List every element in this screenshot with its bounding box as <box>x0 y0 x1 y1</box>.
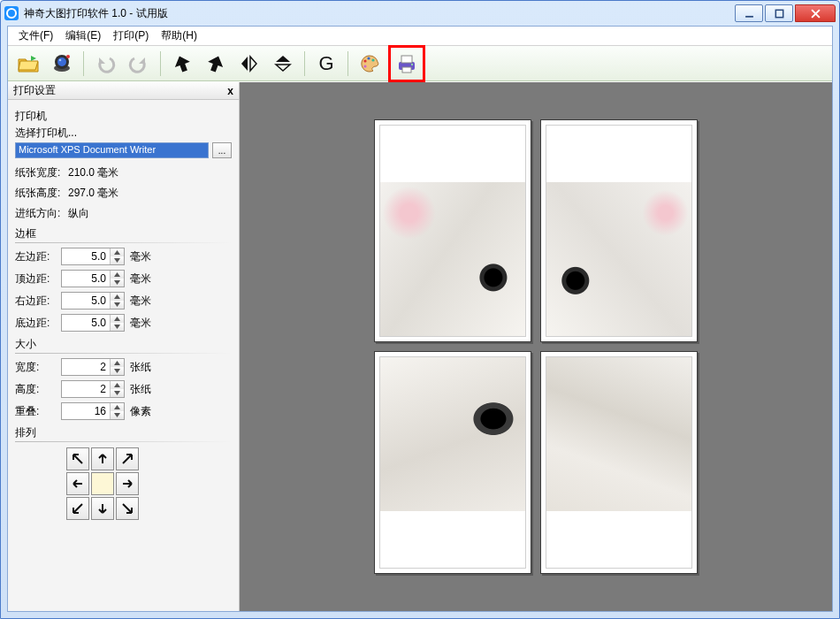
svg-rect-13 <box>401 56 412 63</box>
sidebar-header: 打印设置 x <box>8 82 239 100</box>
image-segment <box>380 357 525 511</box>
size-section-label: 大小 <box>15 337 232 354</box>
window-title: 神奇大图打印软件 1.0 - 试用版 <box>24 6 735 21</box>
sidebar-close-button[interactable]: x <box>227 85 233 97</box>
printer-browse-button[interactable]: ... <box>212 142 232 158</box>
arrange-grid <box>66 447 232 520</box>
image-segment <box>380 182 525 336</box>
toolbar: G <box>8 46 832 81</box>
margin-right-label: 右边距: <box>15 294 61 309</box>
margin-top-input[interactable]: 5.0 <box>61 270 125 287</box>
svg-point-11 <box>363 65 366 67</box>
maximize-button[interactable] <box>765 4 793 22</box>
svg-point-6 <box>66 55 70 58</box>
spin-up-icon[interactable] <box>111 248 124 256</box>
menu-file[interactable]: 文件(F) <box>13 27 58 45</box>
margin-bottom-input[interactable]: 5.0 <box>61 314 125 332</box>
svg-point-4 <box>57 57 66 66</box>
page-tile-2[interactable] <box>540 119 698 342</box>
arrange-center-button[interactable] <box>91 472 114 495</box>
size-width-input[interactable]: 2 <box>61 358 125 376</box>
margin-bottom-label: 底边距: <box>15 316 61 331</box>
margin-left-input[interactable]: 5.0 <box>61 248 125 265</box>
printer-selected-value[interactable]: Microsoft XPS Document Writer <box>15 142 209 158</box>
image-segment <box>546 182 691 336</box>
page-tile-1[interactable] <box>374 119 531 342</box>
paper-width-value: 210.0 毫米 <box>68 165 118 180</box>
arrange-se-button[interactable] <box>116 497 139 520</box>
print-button-highlight <box>388 45 425 82</box>
printer-section-label: 打印机 <box>15 109 232 124</box>
arrange-e-button[interactable] <box>116 472 139 495</box>
border-section-label: 边框 <box>15 226 232 243</box>
page-grid <box>374 119 698 574</box>
svg-rect-1 <box>775 10 783 17</box>
redo-button[interactable] <box>124 49 154 79</box>
print-button[interactable] <box>392 49 422 79</box>
size-height-input[interactable]: 2 <box>61 380 125 398</box>
svg-point-8 <box>363 59 366 62</box>
arrange-n-button[interactable] <box>91 447 114 470</box>
arrange-ne-button[interactable] <box>116 447 139 470</box>
paper-height-label: 纸张高度: <box>15 186 68 201</box>
margin-left-label: 左边距: <box>15 249 61 264</box>
undo-button[interactable] <box>90 49 120 79</box>
spin-down-icon[interactable] <box>111 256 124 264</box>
menu-help[interactable]: 帮助(H) <box>156 27 202 45</box>
titlebar[interactable]: 神奇大图打印软件 1.0 - 试用版 <box>1 1 839 26</box>
paper-height-value: 297.0 毫米 <box>68 186 118 201</box>
camera-button[interactable] <box>47 49 77 79</box>
page-tile-3[interactable] <box>374 351 531 574</box>
sidebar-title: 打印设置 <box>13 83 56 98</box>
app-icon <box>4 6 19 20</box>
arrange-nw-button[interactable] <box>66 447 89 470</box>
svg-text:G: G <box>318 52 333 74</box>
margin-top-label: 顶边距: <box>15 271 61 287</box>
page-tile-4[interactable] <box>540 351 698 574</box>
arrange-sw-button[interactable] <box>66 497 89 520</box>
margin-right-input[interactable]: 5.0 <box>61 292 125 310</box>
menu-print[interactable]: 打印(P) <box>108 27 154 45</box>
grayscale-button[interactable]: G <box>311 49 341 79</box>
window-frame: 神奇大图打印软件 1.0 - 试用版 文件(F) 编辑(E) 打印(P) 帮助(… <box>0 0 840 619</box>
arrange-w-button[interactable] <box>66 472 89 495</box>
svg-point-10 <box>371 58 374 61</box>
paper-width-label: 纸张宽度: <box>15 165 68 180</box>
svg-point-9 <box>367 57 370 59</box>
image-segment <box>546 357 691 511</box>
flip-vertical-button[interactable] <box>268 49 298 79</box>
settings-sidebar: 打印设置 x 打印机 选择打印机... Microsoft XPS Docume… <box>8 82 240 611</box>
rotate-cw-button[interactable] <box>201 49 231 79</box>
size-height-label: 高度: <box>15 382 61 397</box>
overlap-label: 重叠: <box>15 404 61 419</box>
minimize-button[interactable] <box>735 4 763 22</box>
overlap-input[interactable]: 16 <box>61 402 125 420</box>
feed-dir-value: 纵向 <box>68 206 89 221</box>
menubar: 文件(F) 编辑(E) 打印(P) 帮助(H) <box>8 27 832 46</box>
select-printer-label: 选择打印机... <box>15 126 232 141</box>
arrange-s-button[interactable] <box>91 497 114 520</box>
svg-rect-14 <box>402 67 411 73</box>
margin-unit: 毫米 <box>130 249 151 264</box>
close-button[interactable] <box>795 4 836 22</box>
open-file-button[interactable] <box>13 49 43 79</box>
rotate-ccw-button[interactable] <box>167 49 197 79</box>
feed-dir-label: 进纸方向: <box>15 206 68 221</box>
svg-point-5 <box>59 58 62 61</box>
menu-edit[interactable]: 编辑(E) <box>60 27 106 45</box>
client-area: 文件(F) 编辑(E) 打印(P) 帮助(H) <box>7 26 833 612</box>
palette-button[interactable] <box>355 49 385 79</box>
flip-horizontal-button[interactable] <box>234 49 264 79</box>
svg-point-15 <box>411 64 413 65</box>
size-width-label: 宽度: <box>15 360 61 375</box>
arrange-section-label: 排列 <box>15 425 232 442</box>
preview-canvas[interactable] <box>240 82 832 611</box>
